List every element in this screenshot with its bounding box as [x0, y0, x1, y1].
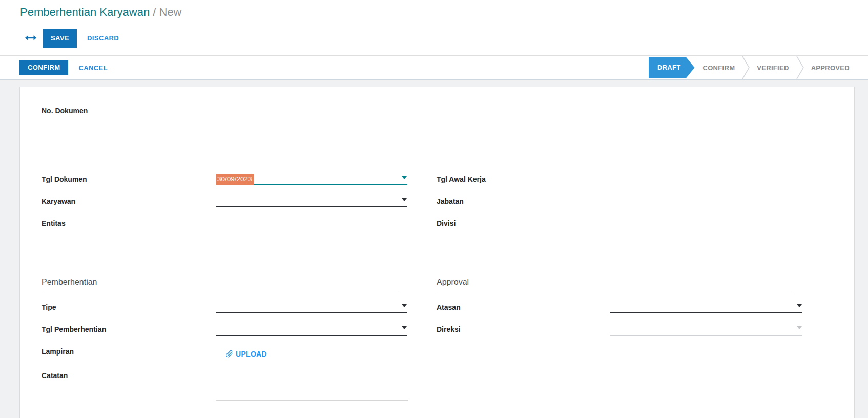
breadcrumb: Pemberhentian Karyawan / New	[20, 6, 182, 19]
tgl-dokumen-input[interactable]: 30/09/2023	[216, 174, 407, 185]
save-button[interactable]: SAVE	[43, 29, 77, 48]
status-stage-approved[interactable]: APPROVED	[806, 64, 855, 72]
upload-button[interactable]: UPLOAD	[222, 349, 270, 359]
breadcrumb-parent[interactable]: Pemberhentian Karyawan	[20, 6, 150, 18]
status-pipeline: DRAFT CONFIRM VERIFIED APPROVED	[649, 56, 855, 79]
atasan-input[interactable]	[610, 302, 802, 314]
header-actions: SAVE DISCARD	[19, 28, 119, 48]
section-pemberhentian: Pemberhentian Tipe Tgl Pemberhentian	[42, 277, 437, 401]
breadcrumb-separator: /	[150, 6, 159, 18]
dropdown-caret-icon	[797, 326, 802, 329]
status-stage-draft[interactable]: DRAFT	[649, 57, 695, 78]
field-row-tgl-awal-kerja: Tgl Awal Kerja	[437, 174, 836, 185]
field-row-tgl-pemberhentian: Tgl Pemberhentian	[42, 324, 437, 336]
form-sheet: No. Dokumen Tgl Dokumen 30/09/2023 Karya	[19, 87, 855, 418]
upload-button-label: UPLOAD	[236, 350, 267, 358]
tgl-awal-kerja-label: Tgl Awal Kerja	[437, 174, 610, 185]
tgl-dokumen-selected-text[interactable]: 30/09/2023	[216, 174, 254, 185]
field-row-entitas: Entitas	[42, 218, 437, 229]
field-row-karyawan: Karyawan	[42, 196, 437, 207]
field-row-lampiran: Lampiran UPLOAD	[42, 346, 437, 358]
tgl-dokumen-label: Tgl Dokumen	[42, 174, 216, 185]
catatan-textarea[interactable]	[216, 370, 408, 401]
section-group: Pemberhentian Tipe Tgl Pemberhentian	[42, 277, 854, 401]
field-row-jabatan: Jabatan	[437, 196, 836, 207]
field-row-divisi: Divisi	[437, 218, 836, 229]
spacer	[42, 128, 854, 174]
chevron-right-icon	[796, 56, 804, 79]
field-row-tipe: Tipe	[42, 302, 437, 314]
dropdown-caret-icon[interactable]	[797, 304, 802, 307]
cancel-button[interactable]: CANCEL	[78, 64, 108, 72]
paperclip-icon	[225, 349, 234, 358]
field-row-tgl-dokumen: Tgl Dokumen 30/09/2023	[42, 174, 437, 185]
karyawan-label: Karyawan	[42, 196, 216, 207]
spacer	[42, 240, 854, 277]
tipe-label: Tipe	[42, 302, 216, 314]
entitas-label: Entitas	[42, 218, 216, 229]
page: Pemberhentian Karyawan / New SAVE DISCAR…	[0, 0, 868, 418]
breadcrumb-current: New	[159, 6, 182, 18]
control-bar: CONFIRM CANCEL DRAFT CONFIRM VERIFIED AP…	[0, 55, 868, 80]
karyawan-input[interactable]	[216, 196, 407, 207]
field-row-direksi: Direksi	[437, 324, 836, 336]
dropdown-caret-icon[interactable]	[402, 198, 407, 201]
jabatan-label: Jabatan	[437, 196, 610, 207]
datepicker-caret-icon[interactable]	[402, 176, 407, 179]
lampiran-field: UPLOAD	[216, 346, 407, 358]
direksi-label: Direksi	[437, 324, 610, 336]
lampiran-label: Lampiran	[42, 346, 216, 358]
direksi-input-disabled	[610, 324, 802, 336]
top-field-group: Tgl Dokumen 30/09/2023 Karyawan	[42, 174, 854, 240]
catatan-label: Catatan	[42, 370, 216, 401]
section-title-pemberhentian: Pemberhentian	[42, 277, 399, 291]
no-dokumen-label: No. Dokumen	[42, 106, 216, 117]
status-stage-verified[interactable]: VERIFIED	[752, 64, 794, 72]
entitas-value	[216, 218, 407, 229]
divisi-value	[610, 218, 802, 229]
discard-button[interactable]: DISCARD	[87, 34, 119, 42]
jabatan-value	[610, 196, 802, 207]
tgl-pemberhentian-label: Tgl Pemberhentian	[42, 324, 216, 336]
status-stage-confirm[interactable]: CONFIRM	[698, 64, 740, 72]
tipe-input[interactable]	[216, 302, 407, 314]
dropdown-caret-icon[interactable]	[402, 326, 407, 329]
resize-horizontal-icon[interactable]	[25, 35, 37, 41]
section-title-approval: Approval	[437, 277, 792, 291]
dropdown-caret-icon[interactable]	[402, 304, 407, 307]
field-row-no-dokumen: No. Dokumen	[42, 106, 854, 117]
section-approval: Approval Atasan Direksi	[437, 277, 836, 401]
atasan-label: Atasan	[437, 302, 610, 314]
chevron-right-icon	[742, 56, 750, 79]
tgl-awal-kerja-value	[610, 174, 802, 185]
field-row-catatan: Catatan	[42, 370, 437, 401]
top-bar: Pemberhentian Karyawan / New SAVE DISCAR…	[0, 0, 868, 55]
no-dokumen-value	[216, 106, 407, 117]
divisi-label: Divisi	[437, 218, 610, 229]
field-row-atasan: Atasan	[437, 302, 836, 314]
content-area: No. Dokumen Tgl Dokumen 30/09/2023 Karya	[0, 80, 868, 418]
confirm-button[interactable]: CONFIRM	[19, 60, 68, 75]
tgl-pemberhentian-input[interactable]	[216, 324, 407, 336]
